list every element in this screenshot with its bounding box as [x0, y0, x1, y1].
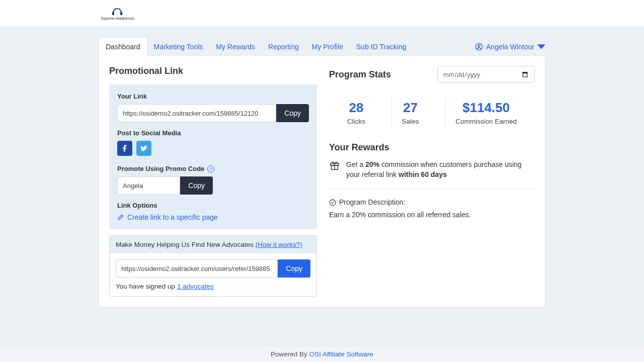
- footer: Powered By OSI Affiliate Software: [0, 346, 644, 362]
- post-social-label: Post to Social Media: [117, 129, 309, 137]
- tab-my-rewards[interactable]: My Rewards: [209, 38, 262, 56]
- your-rewards-title: Your Rewards: [329, 142, 535, 153]
- stats-row: 28 Clicks 27 Sales $114.50 Commission Ea…: [329, 97, 535, 128]
- stat-sales: 27 Sales: [391, 97, 429, 128]
- svg-rect-1: [120, 12, 122, 15]
- gift-icon: [329, 160, 340, 171]
- stat-commission: $114.50 Commission Earned: [445, 97, 527, 128]
- stat-sales-value: 27: [402, 100, 419, 116]
- stat-sales-label: Sales: [402, 118, 419, 125]
- promo-code-input[interactable]: [117, 176, 180, 195]
- stat-clicks-label: Clicks: [347, 118, 365, 125]
- stat-commission-label: Commission Earned: [456, 118, 517, 125]
- stats-date-input[interactable]: [437, 66, 535, 83]
- svg-point-3: [478, 45, 480, 47]
- nav-tabs: Dashboard Marketing Tools My Rewards Rep…: [99, 37, 545, 56]
- copy-refer-link-button[interactable]: Copy: [278, 259, 310, 278]
- facebook-share-button[interactable]: [117, 141, 132, 156]
- your-link-input[interactable]: [117, 104, 276, 122]
- svg-rect-0: [112, 12, 114, 15]
- how-it-works-link[interactable]: (How it works?): [256, 241, 302, 248]
- copy-promo-code-button[interactable]: Copy: [180, 176, 213, 195]
- brand-logo[interactable]: Supreme Headphones: [101, 7, 134, 20]
- chevron-down-icon: [537, 43, 545, 51]
- your-link-label: Your Link: [117, 93, 309, 100]
- tab-sub-id-tracking[interactable]: Sub ID Tracking: [350, 38, 413, 56]
- main-panel: Promotional Link Your Link Copy Post to …: [99, 55, 545, 307]
- brand-name: Supreme Headphones: [101, 17, 134, 20]
- promo-code-help-icon[interactable]: ?: [207, 165, 214, 172]
- footer-osi-link[interactable]: OSI Affiliate Software: [309, 350, 373, 358]
- headphones-icon: [111, 7, 123, 16]
- tab-marketing-tools[interactable]: Marketing Tools: [147, 38, 210, 56]
- advocate-box: Make Money Helping Us Find New Advocates…: [109, 235, 317, 297]
- check-circle-icon: [329, 199, 336, 206]
- copy-link-button[interactable]: Copy: [276, 104, 309, 122]
- top-bar: Supreme Headphones: [0, 0, 644, 27]
- promotional-link-title: Promotional Link: [109, 66, 317, 76]
- twitter-share-button[interactable]: [136, 141, 151, 156]
- program-description-label: Program Description:: [339, 197, 406, 208]
- reward-description: Get a 20% commission when customers purc…: [329, 160, 535, 189]
- svg-point-6: [330, 200, 336, 206]
- tab-my-profile[interactable]: My Profile: [305, 38, 350, 56]
- edit-icon: [117, 214, 124, 221]
- user-name: Angela Wintour: [486, 43, 534, 51]
- program-description: Program Description: Earn a 20% commissi…: [329, 197, 535, 220]
- user-menu[interactable]: Angela Wintour: [475, 43, 545, 51]
- advocate-signup-note: You have signed up 1 advocates: [116, 283, 310, 290]
- advocates-count-link[interactable]: 1 advocates: [177, 283, 214, 290]
- create-specific-link-label: Create link to a specific page: [127, 213, 218, 221]
- twitter-icon: [140, 144, 148, 152]
- facebook-icon: [121, 144, 129, 152]
- program-description-body: Earn a 20% commission on all referred sa…: [329, 210, 535, 220]
- stat-clicks: 28 Clicks: [337, 97, 375, 128]
- program-stats-title: Program Stats: [329, 69, 391, 80]
- create-specific-link[interactable]: Create link to a specific page: [117, 213, 309, 221]
- user-icon: [475, 43, 483, 51]
- tab-dashboard[interactable]: Dashboard: [99, 37, 147, 56]
- promo-box: Your Link Copy Post to Social Media Prom…: [109, 84, 317, 229]
- advocate-refer-input[interactable]: [116, 259, 278, 278]
- promo-code-label: Promote Using Promo Code: [117, 165, 204, 172]
- link-options-label: Link Options: [117, 202, 309, 209]
- advocate-headline: Make Money Helping Us Find New Advocates…: [110, 236, 316, 253]
- stat-commission-value: $114.50: [456, 100, 517, 116]
- stat-clicks-value: 28: [347, 100, 365, 116]
- tab-reporting[interactable]: Reporting: [262, 38, 305, 56]
